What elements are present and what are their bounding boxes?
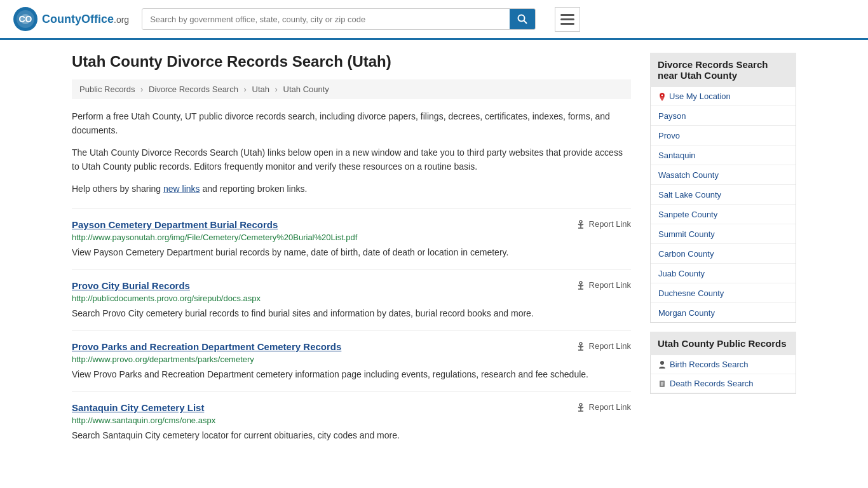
record-description: View Payson Cemetery Department burial r… xyxy=(72,246,631,259)
anchor-icon xyxy=(576,341,586,351)
use-location-link[interactable]: Use My Location xyxy=(669,92,731,101)
record-item: Santaquin City Cemetery List Report Link… xyxy=(72,391,631,452)
svg-text:CO: CO xyxy=(19,14,32,24)
list-item: Sanpete County xyxy=(651,205,796,224)
list-item: Birth Records Search xyxy=(651,355,796,374)
anchor-icon xyxy=(576,219,586,229)
report-link[interactable]: Report Link xyxy=(576,219,631,229)
description-3: Help others by sharing new links and rep… xyxy=(72,182,631,196)
list-item: Use My Location xyxy=(651,87,796,106)
location-icon xyxy=(658,92,666,101)
list-item: Summit County xyxy=(651,224,796,244)
new-links-link[interactable]: new links xyxy=(163,184,200,194)
page-title: Utah County Divorce Records Search (Utah… xyxy=(72,53,631,71)
sidebar-public-records-header: Utah County Public Records xyxy=(650,332,796,355)
list-item: Provo xyxy=(651,126,796,146)
sidebar: Divorce Records Search near Utah County … xyxy=(650,53,796,452)
record-title[interactable]: Provo City Burial Records xyxy=(72,280,190,291)
anchor-icon xyxy=(576,280,586,290)
svg-point-10 xyxy=(580,281,582,284)
description-1: Perform a free Utah County, UT public di… xyxy=(72,109,631,138)
list-item: Juab County xyxy=(651,264,796,283)
report-link[interactable]: Report Link xyxy=(576,402,631,412)
breadcrumb-divorce-records[interactable]: Divorce Records Search xyxy=(149,85,238,94)
list-item: Carbon County xyxy=(651,244,796,264)
content-area: Utah County Divorce Records Search (Utah… xyxy=(72,53,631,452)
record-description: View Provo Parks and Recreation Departme… xyxy=(72,368,631,381)
record-item: Provo Parks and Recreation Department Ce… xyxy=(72,330,631,391)
sidebar-divorce-header: Divorce Records Search near Utah County xyxy=(650,53,796,87)
record-url: http://www.santaquin.org/cms/one.aspx xyxy=(72,416,631,425)
svg-point-4 xyxy=(519,15,525,22)
menu-icon xyxy=(560,14,574,16)
header: CO CountyOffice.org xyxy=(0,0,868,40)
record-title[interactable]: Payson Cemetery Department Burial Record… xyxy=(72,219,278,230)
main-layout: Utah County Divorce Records Search (Utah… xyxy=(59,40,809,465)
logo-area: CO CountyOffice.org xyxy=(13,6,129,32)
record-title[interactable]: Santaquin City Cemetery List xyxy=(72,402,204,413)
breadcrumb-public-records[interactable]: Public Records xyxy=(79,85,135,94)
search-button[interactable] xyxy=(510,9,535,29)
person-icon xyxy=(658,379,666,388)
anchor-icon xyxy=(576,402,586,412)
list-item: Duchesne County xyxy=(651,283,796,303)
sidebar-public-records-section: Utah County Public Records Birth Records… xyxy=(650,332,796,394)
sidebar-nearby-list: Use My Location Payson Provo Santaquin W… xyxy=(650,87,796,323)
breadcrumb-utah-county[interactable]: Utah County xyxy=(283,85,329,94)
logo-text: CountyOffice.org xyxy=(42,13,129,26)
menu-button[interactable] xyxy=(555,7,580,32)
record-description: Search Santaquin City cemetery locator f… xyxy=(72,429,631,442)
report-link[interactable]: Report Link xyxy=(576,341,631,351)
breadcrumb-utah[interactable]: Utah xyxy=(252,85,269,94)
record-url: http://www.paysonutah.org/img/File/Cemet… xyxy=(72,233,631,242)
record-title[interactable]: Provo Parks and Recreation Department Ce… xyxy=(72,341,341,352)
record-item: Provo City Burial Records Report Link ht… xyxy=(72,269,631,330)
sidebar-link-duchesne[interactable]: Duchesne County xyxy=(658,288,724,298)
record-url: http://www.provo.org/departments/parks/c… xyxy=(72,355,631,364)
sidebar-link-salt-lake[interactable]: Salt Lake County xyxy=(658,190,721,200)
svg-line-5 xyxy=(524,21,527,24)
list-item: Morgan County xyxy=(651,303,796,322)
list-item: Salt Lake County xyxy=(651,185,796,205)
sidebar-link-death-records[interactable]: Death Records Search xyxy=(670,379,754,388)
list-item: Death Records Search xyxy=(651,374,796,393)
logo-icon: CO xyxy=(13,6,38,32)
sidebar-divorce-section: Divorce Records Search near Utah County … xyxy=(650,53,796,323)
menu-icon xyxy=(560,23,574,25)
search-bar xyxy=(142,8,536,30)
sidebar-link-juab[interactable]: Juab County xyxy=(658,269,705,278)
sidebar-link-summit[interactable]: Summit County xyxy=(658,229,715,239)
svg-point-14 xyxy=(580,342,582,345)
record-url: http://publicdocuments.provo.org/sirepub… xyxy=(72,294,631,303)
description-2: The Utah County Divorce Records Search (… xyxy=(72,146,631,174)
breadcrumb: Public Records › Divorce Records Search … xyxy=(72,79,631,99)
svg-point-24 xyxy=(660,361,664,365)
sidebar-link-birth-records[interactable]: Birth Records Search xyxy=(670,360,749,369)
sidebar-link-sanpete[interactable]: Sanpete County xyxy=(658,210,717,219)
svg-point-6 xyxy=(580,220,582,223)
sidebar-link-wasatch[interactable]: Wasatch County xyxy=(658,170,719,180)
search-icon xyxy=(517,14,527,24)
list-item: Santaquin xyxy=(651,146,796,165)
person-icon xyxy=(658,360,666,369)
sidebar-link-provo[interactable]: Provo xyxy=(658,131,680,140)
list-item: Wasatch County xyxy=(651,165,796,185)
list-item: Payson xyxy=(651,106,796,126)
search-input[interactable] xyxy=(142,10,510,29)
records-list: Payson Cemetery Department Burial Record… xyxy=(72,208,631,452)
menu-icon xyxy=(560,18,574,20)
record-description: Search Provo City cemetery burial record… xyxy=(72,307,631,320)
sidebar-records-list: Birth Records Search Death Records Searc… xyxy=(650,355,796,394)
sidebar-link-payson[interactable]: Payson xyxy=(658,111,686,121)
sidebar-link-santaquin[interactable]: Santaquin xyxy=(658,151,696,160)
svg-point-18 xyxy=(580,403,582,406)
record-item: Payson Cemetery Department Burial Record… xyxy=(72,208,631,269)
sidebar-link-morgan[interactable]: Morgan County xyxy=(658,308,715,318)
svg-point-23 xyxy=(661,94,663,96)
report-link[interactable]: Report Link xyxy=(576,280,631,290)
sidebar-link-carbon[interactable]: Carbon County xyxy=(658,249,714,259)
